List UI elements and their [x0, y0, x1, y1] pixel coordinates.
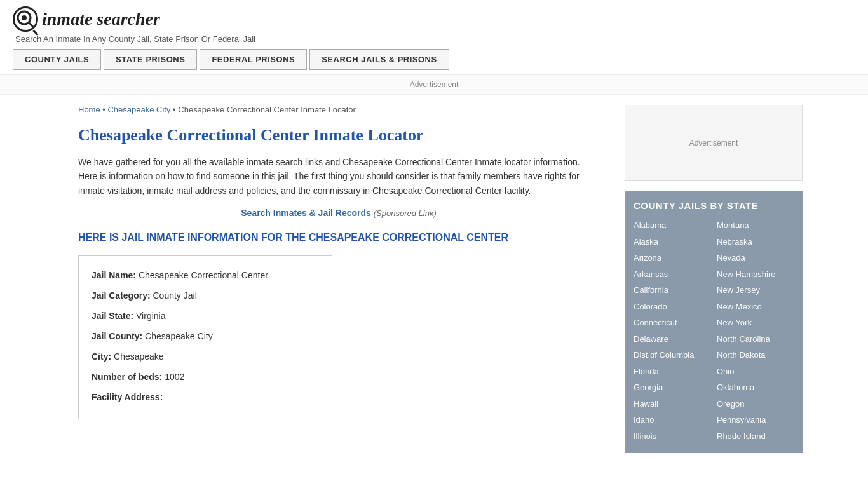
state-link[interactable]: Rhode Island — [717, 428, 794, 445]
main-layout: Home • Chesapeake City • Chesapeake Corr… — [53, 95, 815, 463]
state-link[interactable]: Idaho — [634, 412, 710, 428]
breadcrumb-city[interactable]: Chesapeake City — [107, 105, 170, 114]
state-link[interactable]: Georgia — [634, 379, 710, 396]
jail-name-value-text: Chesapeake Correctional Center — [139, 270, 268, 280]
state-link[interactable]: Oregon — [717, 396, 794, 412]
state-columns: AlabamaAlaskaArizonaArkansasCaliforniaCo… — [634, 217, 794, 444]
jail-state-value-text: Virginia — [136, 311, 165, 321]
jail-state-label: Jail State: — [92, 311, 133, 321]
page-title: Chesapeake Correctional Center Inmate Lo… — [78, 126, 599, 145]
jail-state-row: Jail State: Virginia — [92, 307, 319, 325]
logo-area: inmate searcher — [13, 6, 855, 32]
jail-name-label: Jail Name: — [92, 270, 136, 280]
sidebar-ad: Advertisement — [625, 105, 803, 181]
state-link[interactable]: Florida — [634, 363, 710, 380]
tagline: Search An Inmate In Any County Jail, Sta… — [15, 34, 855, 44]
breadcrumb-current: Chesapeake Correctional Center Inmate Lo… — [178, 105, 356, 114]
state-link[interactable]: Arkansas — [634, 266, 710, 283]
state-link[interactable]: Arizona — [634, 250, 710, 266]
state-link[interactable]: California — [634, 282, 710, 299]
content-area: Home • Chesapeake City • Chesapeake Corr… — [65, 95, 612, 463]
beds-row: Number of beds: 1002 — [92, 368, 319, 386]
header: inmate searcher Search An Inmate In Any … — [0, 0, 868, 74]
address-row: Facility Address: — [92, 388, 319, 406]
search-jails-button[interactable]: SEARCH JAILS & PRISONS — [309, 49, 449, 70]
jail-category-value-text: County Jail — [153, 290, 196, 301]
state-link[interactable]: Pennsylvania — [717, 412, 794, 428]
state-link[interactable]: Illinois — [634, 428, 710, 445]
state-link[interactable]: North Dakota — [717, 347, 794, 363]
state-col-left: AlabamaAlaskaArizonaArkansasCaliforniaCo… — [634, 217, 710, 444]
state-col-right: MontanaNebraskaNevadaNew HampshireNew Je… — [717, 217, 794, 444]
state-link[interactable]: New Jersey — [717, 282, 794, 299]
state-link[interactable]: New Hampshire — [717, 266, 794, 283]
breadcrumb-home[interactable]: Home — [78, 105, 100, 114]
state-prisons-button[interactable]: STATE PRISONS — [104, 49, 197, 70]
state-box: COUNTY JAILS BY STATE AlabamaAlaskaArizo… — [625, 191, 803, 453]
logo-text: inmate searcher — [42, 9, 160, 29]
city-value-text: Chesapeake — [114, 351, 164, 362]
state-link[interactable]: Delaware — [634, 331, 710, 348]
sponsored-text: (Sponsored Link) — [374, 208, 437, 218]
state-link[interactable]: Dist.of Columbia — [634, 347, 710, 363]
body-text: We have gathered for you all the availab… — [78, 155, 599, 198]
breadcrumb: Home • Chesapeake City • Chesapeake Corr… — [78, 105, 599, 114]
nav: COUNTY JAILS STATE PRISONS FEDERAL PRISO… — [13, 49, 855, 70]
search-inmates-link[interactable]: Search Inmates & Jail Records — [241, 208, 371, 218]
info-box: Jail Name: Chesapeake Correctional Cente… — [78, 255, 332, 419]
jail-info-heading: HERE IS JAIL INMATE INFORMATION FOR THE … — [78, 231, 599, 245]
jail-county-label: Jail County: — [92, 331, 142, 341]
county-jails-button[interactable]: COUNTY JAILS — [13, 49, 101, 70]
ad-bar: Advertisement — [0, 74, 868, 95]
state-link[interactable]: New Mexico — [717, 299, 794, 315]
jail-county-row: Jail County: Chesapeake City — [92, 327, 319, 345]
beds-value-text: 1002 — [165, 372, 184, 382]
state-link[interactable]: North Carolina — [717, 331, 794, 348]
sidebar-ad-label: Advertisement — [689, 139, 738, 147]
jail-county-value-text: Chesapeake City — [145, 331, 213, 341]
federal-prisons-button[interactable]: FEDERAL PRISONS — [200, 49, 307, 70]
state-link[interactable]: Montana — [717, 217, 794, 234]
state-link[interactable]: Nebraska — [717, 234, 794, 250]
search-link-area: Search Inmates & Jail Records (Sponsored… — [78, 208, 599, 218]
svg-line-2 — [29, 23, 33, 27]
jail-category-row: Jail Category: County Jail — [92, 287, 319, 304]
state-link[interactable]: Connecticut — [634, 315, 710, 331]
state-box-title: COUNTY JAILS BY STATE — [634, 200, 794, 211]
state-link[interactable]: Alaska — [634, 234, 710, 250]
logo-icon — [13, 6, 38, 32]
city-row: City: Chesapeake — [92, 348, 319, 365]
jail-name-row: Jail Name: Chesapeake Correctional Cente… — [92, 266, 319, 284]
city-label: City: — [92, 351, 111, 362]
sidebar: Advertisement COUNTY JAILS BY STATE Alab… — [612, 95, 803, 463]
svg-point-1 — [22, 15, 27, 20]
state-link[interactable]: Colorado — [634, 299, 710, 315]
state-link[interactable]: Hawaii — [634, 396, 710, 412]
state-link[interactable]: Alabama — [634, 217, 710, 234]
beds-label: Number of beds: — [92, 372, 162, 382]
state-link[interactable]: Ohio — [717, 363, 794, 380]
jail-category-label: Jail Category: — [92, 290, 151, 301]
state-link[interactable]: New York — [717, 315, 794, 331]
state-link[interactable]: Oklahoma — [717, 379, 794, 396]
state-link[interactable]: Nevada — [717, 250, 794, 266]
address-label: Facility Address: — [92, 392, 163, 402]
